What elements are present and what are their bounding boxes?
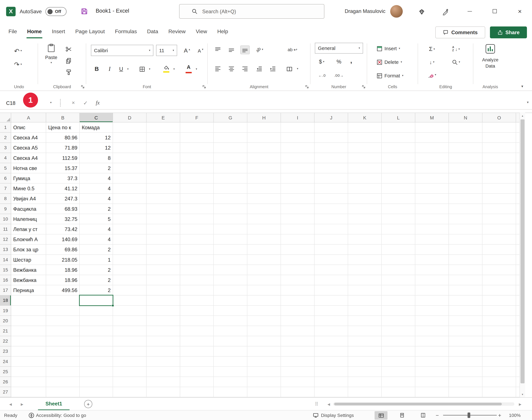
cell-D13[interactable] [113,245,146,255]
cell-C1[interactable]: Комада [80,122,113,133]
cell-G17[interactable] [214,285,247,296]
cell-D2[interactable] [113,133,146,143]
cell-A10[interactable]: Налепниц [11,214,46,224]
cell-L27[interactable] [382,387,415,397]
cell-F8[interactable] [180,194,214,204]
cell-N6[interactable] [449,173,482,184]
cell-E11[interactable] [147,224,180,234]
cell-O9[interactable] [482,204,516,214]
cell-N13[interactable] [449,245,482,255]
cell-K9[interactable] [348,204,382,214]
cell-G27[interactable] [214,387,247,397]
row-header-24[interactable]: 24 [0,357,11,367]
cell-N19[interactable] [449,306,482,316]
zoom-level[interactable]: 100% [509,410,521,420]
cell-N7[interactable] [449,184,482,194]
cell-B6[interactable]: 37.3 [46,173,80,184]
cell-I25[interactable] [281,367,315,377]
cell-I27[interactable] [281,387,315,397]
cell-J27[interactable] [315,387,348,397]
decrease-decimal-button[interactable]: .00→ [332,71,347,79]
cell-D19[interactable] [113,306,146,316]
cell-E15[interactable] [147,265,180,275]
cell-G23[interactable] [214,346,247,357]
cell-I22[interactable] [281,336,315,346]
cell-K1[interactable] [348,122,382,133]
cell-O13[interactable] [482,245,516,255]
row-header-16[interactable]: 16 [0,275,11,285]
cell-D4[interactable] [113,153,146,163]
cell-A22[interactable] [11,336,46,346]
cell-F4[interactable] [180,153,214,163]
cell-J19[interactable] [315,306,348,316]
cell-O15[interactable] [482,265,516,275]
cell-I10[interactable] [281,214,315,224]
vertical-scroll-thumb[interactable] [520,120,525,383]
page-break-view-button[interactable] [417,411,430,420]
cell-N26[interactable] [449,377,482,387]
column-header-O[interactable]: O [482,113,516,122]
cell-J4[interactable] [315,153,348,163]
merge-center-button[interactable] [284,64,295,73]
cell-K19[interactable] [348,306,382,316]
cell-G16[interactable] [214,275,247,285]
cell-L8[interactable] [382,194,415,204]
cell-F18[interactable] [180,296,214,306]
cell-D16[interactable] [113,275,146,285]
cell-K17[interactable] [348,285,382,296]
cell-I23[interactable] [281,346,315,357]
formula-bar-expand-icon[interactable]: ▾ [527,101,529,104]
cell-K10[interactable] [348,214,382,224]
analyze-data-button[interactable]: Analyze Data [478,43,502,81]
cell-E8[interactable] [147,194,180,204]
cell-L19[interactable] [382,306,415,316]
search-box[interactable]: Search (Alt+Q) [179,4,324,19]
cell-A27[interactable] [11,387,46,397]
sheet-nav-right-icon[interactable]: ▶ [18,398,27,410]
cell-N1[interactable] [449,122,482,133]
cell-K5[interactable] [348,163,382,173]
cell-L1[interactable] [382,122,415,133]
cell-L2[interactable] [382,133,415,143]
cell-B4[interactable]: 112.59 [46,153,80,163]
cell-N21[interactable] [449,326,482,336]
cell-H27[interactable] [247,387,281,397]
cell-F22[interactable] [180,336,214,346]
cell-O12[interactable] [482,234,516,245]
cell-J16[interactable] [315,275,348,285]
excel-logo-icon[interactable]: X [6,7,15,16]
hscroll-drag-handle[interactable]: ⠿ [315,398,318,410]
cell-H1[interactable] [247,122,281,133]
cell-J26[interactable] [315,377,348,387]
cell-F11[interactable] [180,224,214,234]
cell-F10[interactable] [180,214,214,224]
cell-N9[interactable] [449,204,482,214]
cell-D8[interactable] [113,194,146,204]
cell-F9[interactable] [180,204,214,214]
cell-N14[interactable] [449,255,482,265]
cell-J25[interactable] [315,367,348,377]
cell-G13[interactable] [214,245,247,255]
cell-J7[interactable] [315,184,348,194]
fill-handle[interactable] [112,304,114,307]
cell-D25[interactable] [113,367,146,377]
cell-I19[interactable] [281,306,315,316]
row-header-7[interactable]: 7 [0,184,11,194]
cell-O17[interactable] [482,285,516,296]
cell-M21[interactable] [415,326,449,336]
formula-input[interactable] [106,98,518,108]
display-settings-label[interactable]: Display Settings [321,410,354,420]
cell-K6[interactable] [348,173,382,184]
cell-N11[interactable] [449,224,482,234]
cell-G12[interactable] [214,234,247,245]
cell-A3[interactable]: Свеска А5 [11,143,46,153]
cell-F14[interactable] [180,255,214,265]
cell-H22[interactable] [247,336,281,346]
cell-D23[interactable] [113,346,146,357]
cell-J22[interactable] [315,336,348,346]
cell-F25[interactable] [180,367,214,377]
cell-A19[interactable] [11,306,46,316]
cell-F20[interactable] [180,316,214,326]
collapse-ribbon-icon[interactable]: ▾ [521,84,523,89]
cell-H16[interactable] [247,275,281,285]
